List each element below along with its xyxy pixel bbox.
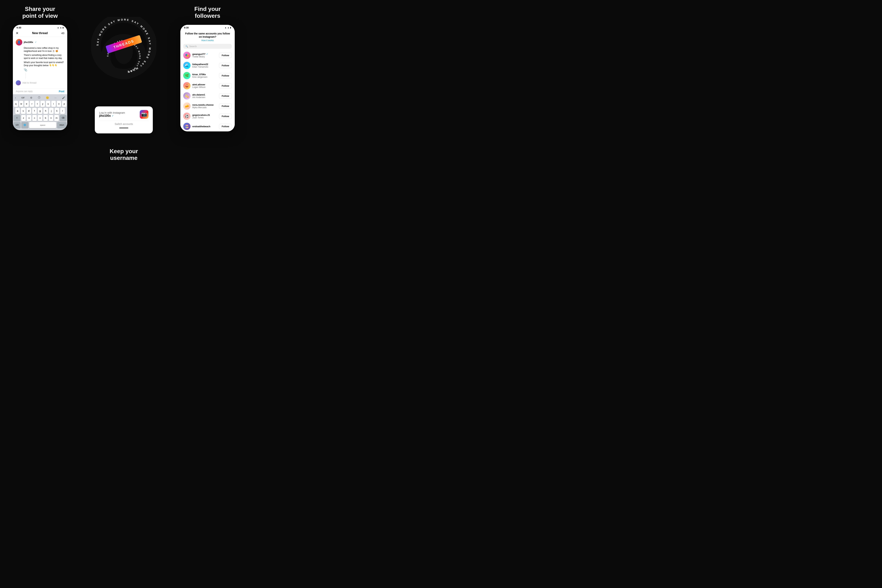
login-card: Log in with Instagram jiho100x ✓ 📷 Switc… xyxy=(95,106,153,134)
add-to-thread[interactable]: Add to thread xyxy=(16,80,64,86)
key-o[interactable]: o xyxy=(57,101,61,107)
space-key[interactable]: space xyxy=(29,122,56,128)
key-j[interactable]: j xyxy=(49,108,54,114)
home-indicator xyxy=(119,128,128,128)
follow-button[interactable]: Follow xyxy=(219,53,232,58)
follow-item: 🧀nora.needs.cheeseMyka MercadoFollow xyxy=(180,101,235,111)
key-n[interactable]: n xyxy=(49,115,53,121)
follow-button[interactable]: Follow xyxy=(219,124,232,129)
back-icon[interactable]: ‹ xyxy=(15,96,16,99)
key-s[interactable]: s xyxy=(21,108,26,114)
follow-button[interactable]: Follow xyxy=(219,93,232,99)
follow-avatar: 🧀 xyxy=(183,102,190,110)
key-f[interactable]: f xyxy=(32,108,37,114)
spiral-container: SAY MORE SAY MORE SAY MORE SAY MORE SAY … xyxy=(91,17,156,82)
follow-item: 🌿kiran_0706xKirsi JørgensenFollow xyxy=(180,70,235,81)
follow-item: 🎭gwangurl77✓Yvette MistryFollow xyxy=(180,50,235,60)
follow-button[interactable]: Follow xyxy=(219,73,232,78)
follow-username: endoatthebeach xyxy=(192,125,217,128)
close-icon[interactable]: ✕ xyxy=(16,31,18,35)
thread-avatar: 👤 xyxy=(16,39,22,45)
gif-button[interactable]: GIF xyxy=(21,97,25,99)
follow-header: Follow the same accounts you follow on I… xyxy=(180,30,235,43)
key-c[interactable]: c xyxy=(32,115,37,121)
key-k[interactable]: k xyxy=(54,108,59,114)
key-u[interactable]: u xyxy=(46,101,50,107)
battery-icon: ▮ xyxy=(63,27,64,29)
key-w[interactable]: w xyxy=(19,101,24,107)
reply-avatar xyxy=(16,80,21,86)
keyboard-toolbar: ‹ GIF ⚙ Ⓣ 🙂 ··· 🎤 xyxy=(14,95,66,100)
thread-count: 43 xyxy=(61,32,64,34)
how-it-works-link[interactable]: How it works xyxy=(183,39,232,42)
return-key[interactable]: return xyxy=(57,122,66,128)
follow-info: hidayathere22Eitan Yamamoto xyxy=(192,63,217,68)
follow-username: aimi.allover xyxy=(192,83,217,86)
key-h[interactable]: h xyxy=(44,108,48,114)
shift-key[interactable]: ⇧ xyxy=(14,115,20,121)
key-m[interactable]: m xyxy=(54,115,59,121)
follow-header-title: Follow the same accounts you follow on I… xyxy=(183,32,232,38)
follow-username: alo.daiane1 xyxy=(192,93,217,96)
center-bottom-label: Keep yourusername xyxy=(106,144,141,165)
more-icon[interactable]: ··· xyxy=(54,96,57,99)
follow-item: 🌊hidayathere22Eitan YamamotoFollow xyxy=(180,60,235,70)
login-area: Log in with Instagram jiho100x ✓ 📷 Switc… xyxy=(80,99,168,144)
status-time: 9:30 xyxy=(16,26,21,29)
follow-button[interactable]: Follow xyxy=(219,83,232,88)
emoji-icon[interactable]: 🙂 xyxy=(46,96,49,99)
key-z[interactable]: z xyxy=(21,115,26,121)
delete-key[interactable]: ⌫ xyxy=(60,115,66,121)
key-x[interactable]: x xyxy=(27,115,31,121)
thread-text-2: There's something about finding a cozy s… xyxy=(24,54,64,60)
key-v[interactable]: v xyxy=(38,115,42,121)
follow-info: nora.needs.cheeseMyka Mercado xyxy=(192,104,217,109)
follow-real-name: Juan Torres xyxy=(192,116,217,119)
right-status-icons: ▲ ▲ ▮ xyxy=(225,27,231,29)
follow-avatar: 🎭 xyxy=(183,52,190,59)
anyone-reply: Anyone can reply xyxy=(16,90,33,93)
key-l[interactable]: l xyxy=(60,108,65,114)
follow-button[interactable]: Follow xyxy=(219,104,232,109)
thread-text-1: Discovered a new coffee shop in my neigh… xyxy=(24,46,64,53)
key-r[interactable]: r xyxy=(30,101,34,107)
follow-button[interactable]: Follow xyxy=(219,114,232,119)
right-panel: Find yourfollowers 9:30 ▲ ▲ ▮ Follow the… xyxy=(168,0,248,165)
wifi-icon: ▲ xyxy=(57,27,59,28)
key-g[interactable]: g xyxy=(38,108,42,114)
follow-button[interactable]: Follow xyxy=(219,63,232,68)
key-t[interactable]: t xyxy=(35,101,40,107)
right-battery-icon: ▮ xyxy=(230,27,231,29)
switch-accounts[interactable]: Switch accounts xyxy=(99,120,148,125)
emoji-key[interactable]: 🌐 xyxy=(21,122,28,128)
key-a[interactable]: a xyxy=(15,108,20,114)
post-button[interactable]: Post xyxy=(59,90,64,93)
right-status-time: 9:30 xyxy=(184,26,189,29)
number-key[interactable]: 123 xyxy=(14,122,21,128)
login-title: Log in with Instagram xyxy=(99,111,125,114)
key-y[interactable]: y xyxy=(40,101,45,107)
key-d[interactable]: d xyxy=(27,108,31,114)
follow-real-name: Airi Andersen xyxy=(192,96,217,99)
status-bar: 9:30 ▲ ▲ ▮ xyxy=(13,25,67,30)
follow-item: 💫alo.daiane1Airi AndersenFollow xyxy=(180,91,235,101)
keyboard-row-1: q w e r t y u i o p xyxy=(14,101,66,107)
settings-icon[interactable]: ⚙ xyxy=(30,96,33,99)
key-e[interactable]: e xyxy=(24,101,29,107)
key-b[interactable]: b xyxy=(44,115,48,121)
left-heading: Share yourpoint of view xyxy=(22,6,58,20)
spiral-svg: SAY MORE SAY MORE SAY MORE SAY MORE SAY … xyxy=(91,17,156,82)
key-p[interactable]: p xyxy=(62,101,66,107)
signal-icon: ▲ xyxy=(60,27,62,28)
search-bar[interactable]: 🔍 Search xyxy=(183,44,232,49)
login-row: Log in with Instagram jiho100x ✓ 📷 xyxy=(99,110,148,119)
follow-avatar: ⚽ xyxy=(183,112,190,120)
follow-real-name: Yvette Mistry xyxy=(192,56,217,58)
key-q[interactable]: q xyxy=(14,101,18,107)
mic-icon[interactable]: 🎤 xyxy=(62,96,65,99)
follow-info: gogoncalves.21Juan Torres xyxy=(192,114,217,119)
translate-icon[interactable]: Ⓣ xyxy=(38,96,40,99)
follow-real-name: Myka Mercado xyxy=(192,106,217,109)
thread-content: 👤 jiho100x ✓ Discovered a new coffee sho… xyxy=(13,37,67,88)
key-i[interactable]: i xyxy=(51,101,56,107)
